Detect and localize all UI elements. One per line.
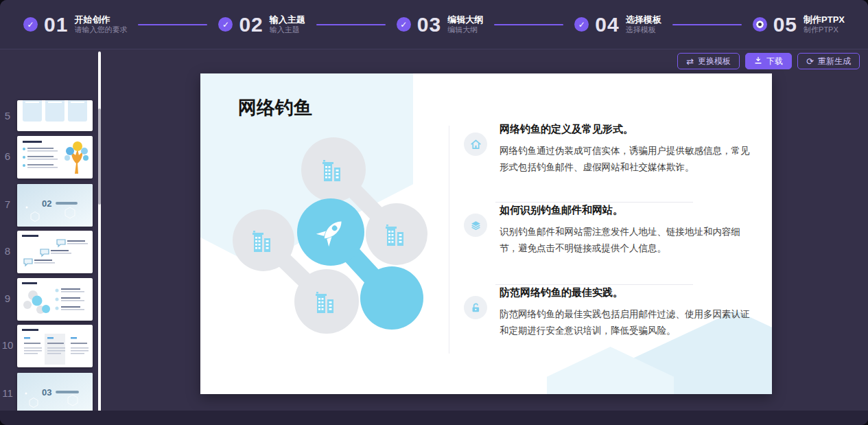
swap-arrows-icon: ⇄ (686, 57, 694, 66)
check-icon: ✓ (23, 17, 38, 32)
section-body: 识别钓鱼邮件和网站需注意发件人地址、链接地址和内容细节，避免点击不明链接或提供个… (500, 224, 758, 256)
thumbnail-number: 9 (1, 292, 14, 304)
thumbnail-number: 8 (1, 245, 14, 257)
thumbnail-art (17, 100, 93, 131)
app-window: ✓ 01 开始创作 请输入您的要求 ✓ 02 输入主题 输入主题 ✓ 03 编辑… (0, 0, 868, 425)
slide-thumbnail-panel: 5 6 (0, 50, 103, 411)
slide-section-1: 网络钓鱼的定义及常见形式。 网络钓鱼通过伪装成可信实体，诱骗用户提供敏感信息，常… (464, 123, 758, 175)
step-subtitle: 选择模板 (626, 25, 661, 35)
layers-icon (464, 214, 487, 237)
download-label: 下载 (766, 56, 783, 67)
thumbnail-number: 5 (1, 110, 14, 122)
stepper-bar: ✓ 01 开始创作 请输入您的要求 ✓ 02 输入主题 输入主题 ✓ 03 编辑… (0, 0, 868, 49)
step-number: 05 (773, 13, 797, 36)
content-divider (449, 126, 449, 354)
step-title: 选择模板 (626, 14, 661, 25)
thumbnail-art (17, 325, 93, 367)
lock-icon (464, 296, 487, 319)
section-body: 网络钓鱼通过伪装成可信实体，诱骗用户提供敏感信息，常见形式包括钓鱼邮件、虚假网站… (500, 143, 758, 175)
regenerate-label: 重新生成 (818, 56, 851, 67)
thumbnail-art: 02 (17, 184, 93, 227)
thumbnail-number: 10 (1, 339, 14, 351)
thumbnail-art (17, 136, 93, 179)
thumbnail-number: 7 (1, 198, 14, 210)
step-title: 开始创作 (74, 14, 127, 25)
slide-canvas[interactable]: 网络钓鱼 (200, 73, 772, 394)
stepper-step-2[interactable]: ✓ 02 输入主题 输入主题 (218, 13, 305, 36)
thumbnail-art: 03 (17, 373, 93, 415)
refresh-icon: ⟳ (806, 57, 814, 66)
step-title: 编辑大纲 (447, 14, 483, 25)
slide-section-2: 如何识别钓鱼邮件和网站。 识别钓鱼邮件和网站需注意发件人地址、链接地址和内容细节… (464, 204, 758, 256)
section-heading: 网络钓鱼的定义及常见形式。 (500, 123, 758, 136)
slide-thumbnail-6[interactable] (17, 136, 93, 179)
thumbnail-number: 11 (1, 387, 14, 399)
check-icon: ✓ (397, 17, 411, 32)
step-subtitle: 制作PTPX (804, 25, 845, 35)
section-divider (495, 202, 693, 203)
thumbnail-scrollbar-track[interactable] (98, 51, 101, 414)
slide-title: 网络钓鱼 (238, 95, 312, 120)
change-template-button[interactable]: ⇄ 更换模板 (677, 53, 740, 69)
thumbnail-number: 6 (1, 150, 14, 162)
thumbnail-section-number: 03 (42, 387, 51, 398)
slide-thumbnail-10[interactable] (17, 325, 93, 367)
stepper-connector (138, 24, 207, 25)
thumbnail-art (17, 278, 93, 321)
stepper-connector (494, 24, 563, 25)
slide-thumbnail-8[interactable] (17, 231, 93, 273)
check-icon: ✓ (218, 17, 233, 32)
section-heading: 防范网络钓鱼的最佳实践。 (500, 286, 758, 299)
slide-thumbnail-5[interactable] (17, 100, 93, 131)
step-number: 02 (239, 13, 263, 36)
step-number: 01 (44, 13, 68, 36)
stepper-step-1[interactable]: ✓ 01 开始创作 请输入您的要求 (23, 13, 127, 36)
step-title: 制作PTPX (804, 14, 845, 25)
section-body: 防范网络钓鱼的最佳实践包括启用邮件过滤、使用多因素认证和定期进行安全意识培训，降… (500, 306, 758, 338)
regenerate-button[interactable]: ⟳ 重新生成 (797, 53, 860, 69)
stepper-step-5[interactable]: 05 制作PTPX 制作PTPX (753, 13, 845, 36)
step-subtitle: 编辑大纲 (447, 25, 483, 35)
step-subtitle: 请输入您的要求 (74, 25, 127, 35)
current-step-ring-icon (753, 17, 767, 32)
window-bottom-bar (0, 411, 868, 425)
section-heading: 如何识别钓鱼邮件和网站。 (500, 204, 758, 217)
slide-thumbnail-7[interactable]: 02 (17, 184, 93, 227)
home-icon (464, 133, 487, 156)
stepper-connector (672, 24, 742, 25)
stepper-step-4[interactable]: ✓ 04 选择模板 选择模板 (574, 13, 661, 36)
slide-thumbnail-11[interactable]: 03 (17, 373, 93, 415)
thumbnail-art (17, 231, 93, 273)
check-icon: ✓ (574, 17, 589, 32)
step-number: 03 (417, 13, 441, 36)
stepper-connector (316, 24, 386, 25)
toolbar: ⇄ 更换模板 下载 ⟳ 重新生成 (677, 53, 860, 69)
section-divider (495, 284, 693, 285)
thumbnail-scrollbar-thumb[interactable] (98, 108, 101, 205)
step-number: 04 (595, 13, 619, 36)
stepper-step-3[interactable]: ✓ 03 编辑大纲 编辑大纲 (397, 13, 483, 36)
download-button[interactable]: 下载 (745, 53, 792, 69)
thumbnail-section-number: 02 (42, 198, 51, 209)
download-icon (754, 56, 762, 66)
change-template-label: 更换模板 (698, 56, 731, 67)
step-title: 输入主题 (270, 14, 305, 25)
step-subtitle: 输入主题 (270, 25, 305, 35)
slide-section-3: 防范网络钓鱼的最佳实践。 防范网络钓鱼的最佳实践包括启用邮件过滤、使用多因素认证… (464, 286, 758, 338)
slide-thumbnail-9[interactable] (17, 278, 93, 321)
